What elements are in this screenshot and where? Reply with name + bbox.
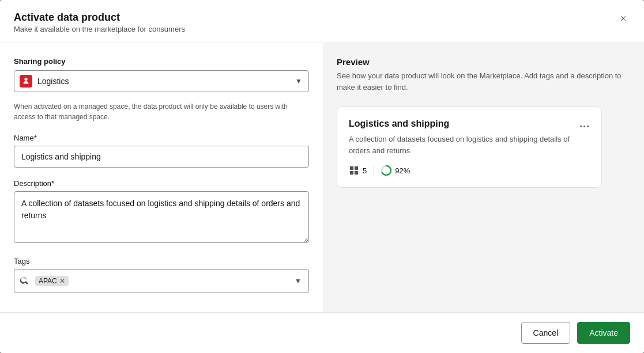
tag-apac-label: APAC xyxy=(39,277,57,285)
tags-label: Tags xyxy=(14,257,309,265)
modal-title-block: Activate data product Make it available … xyxy=(14,12,185,33)
tag-apac: APAC ✕ xyxy=(35,276,69,286)
stats-divider xyxy=(374,166,374,175)
svg-rect-1 xyxy=(355,166,358,170)
modal-title: Activate data product xyxy=(14,12,185,24)
activate-button[interactable]: Activate xyxy=(577,322,630,344)
modal-footer: Cancel Activate xyxy=(0,312,644,353)
sharing-policy-helper: When activated on a managed space, the d… xyxy=(14,101,309,122)
name-field-group: Name* xyxy=(14,134,309,168)
svg-rect-3 xyxy=(355,171,358,174)
dataset-count-value: 5 xyxy=(363,166,367,175)
tags-search-icon xyxy=(20,276,28,286)
cancel-button[interactable]: Cancel xyxy=(521,322,571,344)
description-input[interactable]: A collection of datasets focused on logi… xyxy=(14,191,309,243)
tags-field-group: Tags APAC ✕ ▼ xyxy=(14,257,309,293)
preview-card-title: Logistics and shipping xyxy=(349,119,449,129)
quality-stat: 92% xyxy=(381,165,410,176)
modal-header: Activate data product Make it available … xyxy=(0,0,644,43)
preview-card-menu-icon[interactable]: ... xyxy=(579,119,590,129)
tag-apac-remove-button[interactable]: ✕ xyxy=(59,278,65,284)
left-panel: Sharing policy Logistics ▼ When activate… xyxy=(0,43,323,312)
preview-title: Preview xyxy=(337,57,630,67)
right-panel: Preview See how your data product will l… xyxy=(323,43,644,312)
quality-percent-value: 92% xyxy=(395,166,410,175)
tags-input-wrapper[interactable]: APAC ✕ ▼ xyxy=(14,269,309,293)
name-input[interactable] xyxy=(14,146,309,168)
description-label: Description* xyxy=(14,179,309,188)
dataset-icon xyxy=(349,165,359,176)
preview-card-desc: A collection of datasets focused on logi… xyxy=(349,134,590,156)
activate-data-product-modal: Activate data product Make it available … xyxy=(0,0,644,353)
sharing-policy-select-wrapper: Logistics ▼ xyxy=(14,70,309,92)
description-field-group: Description* A collection of datasets fo… xyxy=(14,179,309,245)
sharing-policy-select[interactable]: Logistics xyxy=(14,70,309,92)
preview-card-stats: 5 92% xyxy=(349,165,590,176)
preview-card-header: Logistics and shipping ... xyxy=(349,119,590,129)
tags-chevron-icon: ▼ xyxy=(295,277,302,285)
svg-rect-0 xyxy=(350,166,353,170)
modal-subtitle: Make it available on the marketplace for… xyxy=(14,25,185,33)
quality-icon xyxy=(381,165,391,176)
modal-body: Sharing policy Logistics ▼ When activate… xyxy=(0,43,644,312)
svg-rect-2 xyxy=(350,171,353,174)
dataset-count-stat: 5 xyxy=(349,165,367,176)
preview-card: Logistics and shipping ... A collection … xyxy=(337,107,602,188)
preview-subtitle: See how your data product will look on t… xyxy=(337,70,630,93)
name-label: Name* xyxy=(14,134,309,142)
close-button[interactable] xyxy=(616,12,630,27)
sharing-policy-label: Sharing policy xyxy=(14,57,309,66)
sharing-policy-icon xyxy=(20,75,32,88)
